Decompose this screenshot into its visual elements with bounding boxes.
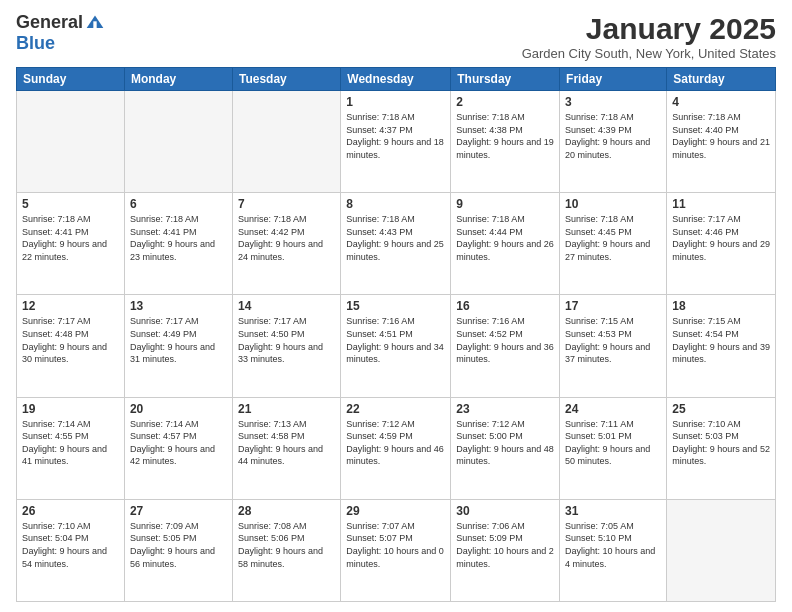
calendar-cell: 28Sunrise: 7:08 AMSunset: 5:06 PMDayligh…	[232, 499, 340, 601]
day-info: Sunrise: 7:16 AMSunset: 4:52 PMDaylight:…	[456, 315, 554, 365]
calendar-cell: 30Sunrise: 7:06 AMSunset: 5:09 PMDayligh…	[451, 499, 560, 601]
day-info: Sunrise: 7:14 AMSunset: 4:57 PMDaylight:…	[130, 418, 227, 468]
logo-blue-text: Blue	[16, 33, 55, 54]
day-info: Sunrise: 7:18 AMSunset: 4:45 PMDaylight:…	[565, 213, 661, 263]
day-number: 10	[565, 197, 661, 211]
calendar-cell: 29Sunrise: 7:07 AMSunset: 5:07 PMDayligh…	[341, 499, 451, 601]
day-info: Sunrise: 7:18 AMSunset: 4:44 PMDaylight:…	[456, 213, 554, 263]
calendar-cell: 20Sunrise: 7:14 AMSunset: 4:57 PMDayligh…	[124, 397, 232, 499]
calendar-cell: 3Sunrise: 7:18 AMSunset: 4:39 PMDaylight…	[560, 91, 667, 193]
day-info: Sunrise: 7:17 AMSunset: 4:48 PMDaylight:…	[22, 315, 119, 365]
calendar-cell	[232, 91, 340, 193]
day-info: Sunrise: 7:09 AMSunset: 5:05 PMDaylight:…	[130, 520, 227, 570]
logo: General Blue	[16, 12, 105, 54]
day-number: 11	[672, 197, 770, 211]
calendar-cell	[17, 91, 125, 193]
calendar-cell: 7Sunrise: 7:18 AMSunset: 4:42 PMDaylight…	[232, 193, 340, 295]
calendar-cell: 21Sunrise: 7:13 AMSunset: 4:58 PMDayligh…	[232, 397, 340, 499]
day-info: Sunrise: 7:10 AMSunset: 5:04 PMDaylight:…	[22, 520, 119, 570]
logo-general-text: General	[16, 12, 83, 33]
calendar-cell: 9Sunrise: 7:18 AMSunset: 4:44 PMDaylight…	[451, 193, 560, 295]
calendar-cell: 25Sunrise: 7:10 AMSunset: 5:03 PMDayligh…	[667, 397, 776, 499]
calendar-cell: 31Sunrise: 7:05 AMSunset: 5:10 PMDayligh…	[560, 499, 667, 601]
day-info: Sunrise: 7:13 AMSunset: 4:58 PMDaylight:…	[238, 418, 335, 468]
day-number: 8	[346, 197, 445, 211]
day-info: Sunrise: 7:10 AMSunset: 5:03 PMDaylight:…	[672, 418, 770, 468]
day-number: 21	[238, 402, 335, 416]
weekday-header-cell: Tuesday	[232, 68, 340, 91]
calendar-cell	[124, 91, 232, 193]
day-info: Sunrise: 7:18 AMSunset: 4:40 PMDaylight:…	[672, 111, 770, 161]
day-info: Sunrise: 7:12 AMSunset: 5:00 PMDaylight:…	[456, 418, 554, 468]
day-number: 6	[130, 197, 227, 211]
calendar-body: 1Sunrise: 7:18 AMSunset: 4:37 PMDaylight…	[17, 91, 776, 602]
weekday-header-cell: Wednesday	[341, 68, 451, 91]
calendar-cell: 19Sunrise: 7:14 AMSunset: 4:55 PMDayligh…	[17, 397, 125, 499]
day-number: 9	[456, 197, 554, 211]
calendar-cell: 23Sunrise: 7:12 AMSunset: 5:00 PMDayligh…	[451, 397, 560, 499]
day-number: 24	[565, 402, 661, 416]
calendar-cell: 6Sunrise: 7:18 AMSunset: 4:41 PMDaylight…	[124, 193, 232, 295]
weekday-header-row: SundayMondayTuesdayWednesdayThursdayFrid…	[17, 68, 776, 91]
day-number: 16	[456, 299, 554, 313]
day-info: Sunrise: 7:11 AMSunset: 5:01 PMDaylight:…	[565, 418, 661, 468]
calendar-table: SundayMondayTuesdayWednesdayThursdayFrid…	[16, 67, 776, 602]
day-info: Sunrise: 7:18 AMSunset: 4:43 PMDaylight:…	[346, 213, 445, 263]
day-number: 4	[672, 95, 770, 109]
calendar-cell: 14Sunrise: 7:17 AMSunset: 4:50 PMDayligh…	[232, 295, 340, 397]
calendar-week-row: 1Sunrise: 7:18 AMSunset: 4:37 PMDaylight…	[17, 91, 776, 193]
weekday-header-cell: Saturday	[667, 68, 776, 91]
weekday-header-cell: Sunday	[17, 68, 125, 91]
day-info: Sunrise: 7:18 AMSunset: 4:39 PMDaylight:…	[565, 111, 661, 161]
day-number: 15	[346, 299, 445, 313]
day-number: 25	[672, 402, 770, 416]
day-number: 31	[565, 504, 661, 518]
day-number: 13	[130, 299, 227, 313]
day-number: 28	[238, 504, 335, 518]
day-info: Sunrise: 7:18 AMSunset: 4:37 PMDaylight:…	[346, 111, 445, 161]
calendar-cell: 5Sunrise: 7:18 AMSunset: 4:41 PMDaylight…	[17, 193, 125, 295]
calendar-cell: 4Sunrise: 7:18 AMSunset: 4:40 PMDaylight…	[667, 91, 776, 193]
day-info: Sunrise: 7:06 AMSunset: 5:09 PMDaylight:…	[456, 520, 554, 570]
weekday-header-cell: Friday	[560, 68, 667, 91]
day-info: Sunrise: 7:18 AMSunset: 4:38 PMDaylight:…	[456, 111, 554, 161]
day-number: 3	[565, 95, 661, 109]
calendar-cell: 10Sunrise: 7:18 AMSunset: 4:45 PMDayligh…	[560, 193, 667, 295]
weekday-header-cell: Thursday	[451, 68, 560, 91]
calendar-cell: 26Sunrise: 7:10 AMSunset: 5:04 PMDayligh…	[17, 499, 125, 601]
day-number: 29	[346, 504, 445, 518]
calendar-cell: 12Sunrise: 7:17 AMSunset: 4:48 PMDayligh…	[17, 295, 125, 397]
calendar-week-row: 26Sunrise: 7:10 AMSunset: 5:04 PMDayligh…	[17, 499, 776, 601]
calendar-cell: 11Sunrise: 7:17 AMSunset: 4:46 PMDayligh…	[667, 193, 776, 295]
calendar-cell: 8Sunrise: 7:18 AMSunset: 4:43 PMDaylight…	[341, 193, 451, 295]
calendar-cell: 15Sunrise: 7:16 AMSunset: 4:51 PMDayligh…	[341, 295, 451, 397]
calendar-cell: 27Sunrise: 7:09 AMSunset: 5:05 PMDayligh…	[124, 499, 232, 601]
day-number: 19	[22, 402, 119, 416]
calendar-cell: 13Sunrise: 7:17 AMSunset: 4:49 PMDayligh…	[124, 295, 232, 397]
day-info: Sunrise: 7:18 AMSunset: 4:41 PMDaylight:…	[130, 213, 227, 263]
logo-icon	[85, 13, 105, 33]
day-info: Sunrise: 7:17 AMSunset: 4:50 PMDaylight:…	[238, 315, 335, 365]
calendar-week-row: 12Sunrise: 7:17 AMSunset: 4:48 PMDayligh…	[17, 295, 776, 397]
calendar-cell: 17Sunrise: 7:15 AMSunset: 4:53 PMDayligh…	[560, 295, 667, 397]
calendar-cell: 2Sunrise: 7:18 AMSunset: 4:38 PMDaylight…	[451, 91, 560, 193]
day-info: Sunrise: 7:15 AMSunset: 4:53 PMDaylight:…	[565, 315, 661, 365]
month-title: January 2025	[522, 12, 776, 46]
weekday-header-cell: Monday	[124, 68, 232, 91]
day-info: Sunrise: 7:14 AMSunset: 4:55 PMDaylight:…	[22, 418, 119, 468]
day-number: 20	[130, 402, 227, 416]
day-number: 26	[22, 504, 119, 518]
title-block: January 2025 Garden City South, New York…	[522, 12, 776, 61]
location: Garden City South, New York, United Stat…	[522, 46, 776, 61]
day-number: 12	[22, 299, 119, 313]
day-info: Sunrise: 7:16 AMSunset: 4:51 PMDaylight:…	[346, 315, 445, 365]
calendar-cell: 16Sunrise: 7:16 AMSunset: 4:52 PMDayligh…	[451, 295, 560, 397]
calendar-cell: 1Sunrise: 7:18 AMSunset: 4:37 PMDaylight…	[341, 91, 451, 193]
day-number: 22	[346, 402, 445, 416]
day-info: Sunrise: 7:18 AMSunset: 4:41 PMDaylight:…	[22, 213, 119, 263]
header: General Blue January 2025 Garden City So…	[16, 12, 776, 61]
day-number: 7	[238, 197, 335, 211]
day-number: 2	[456, 95, 554, 109]
calendar-cell: 24Sunrise: 7:11 AMSunset: 5:01 PMDayligh…	[560, 397, 667, 499]
day-info: Sunrise: 7:18 AMSunset: 4:42 PMDaylight:…	[238, 213, 335, 263]
